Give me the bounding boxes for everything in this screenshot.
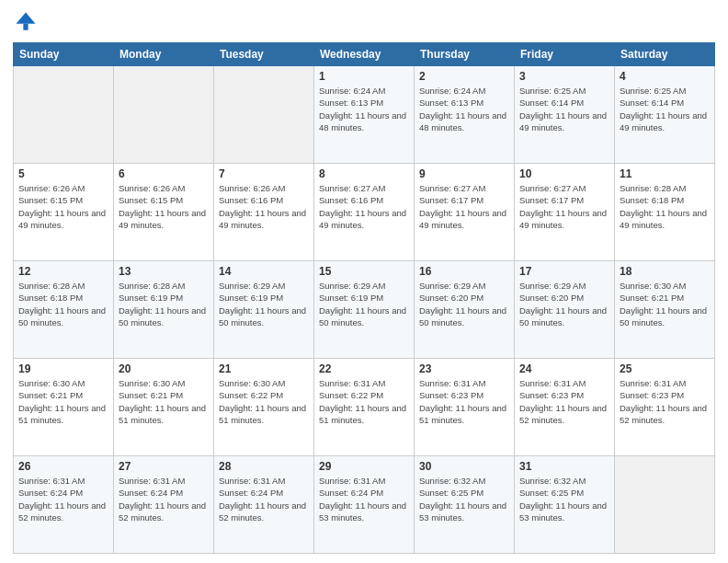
day-number: 29 bbox=[319, 460, 409, 473]
day-number: 5 bbox=[18, 167, 108, 180]
day-number: 9 bbox=[419, 167, 509, 180]
day-number: 4 bbox=[620, 70, 710, 83]
day-info: Sunrise: 6:31 AM Sunset: 6:24 PM Dayligh… bbox=[319, 475, 409, 523]
calendar-cell: 15Sunrise: 6:29 AM Sunset: 6:19 PM Dayli… bbox=[314, 261, 415, 359]
day-info: Sunrise: 6:27 AM Sunset: 6:17 PM Dayligh… bbox=[419, 182, 509, 231]
calendar-header: SundayMondayTuesdayWednesdayThursdayFrid… bbox=[14, 43, 715, 66]
calendar-cell: 13Sunrise: 6:28 AM Sunset: 6:19 PM Dayli… bbox=[114, 261, 214, 359]
day-number: 10 bbox=[519, 167, 609, 180]
calendar-cell: 5Sunrise: 6:26 AM Sunset: 6:15 PM Daylig… bbox=[14, 164, 114, 261]
day-info: Sunrise: 6:32 AM Sunset: 6:25 PM Dayligh… bbox=[419, 475, 509, 523]
calendar-cell: 20Sunrise: 6:30 AM Sunset: 6:21 PM Dayli… bbox=[114, 359, 214, 456]
calendar-cell: 11Sunrise: 6:28 AM Sunset: 6:18 PM Dayli… bbox=[615, 164, 715, 261]
day-number: 31 bbox=[519, 460, 609, 473]
day-info: Sunrise: 6:27 AM Sunset: 6:17 PM Dayligh… bbox=[519, 182, 609, 231]
day-info: Sunrise: 6:25 AM Sunset: 6:14 PM Dayligh… bbox=[519, 85, 609, 133]
calendar-cell: 29Sunrise: 6:31 AM Sunset: 6:24 PM Dayli… bbox=[314, 456, 415, 554]
calendar-cell: 12Sunrise: 6:28 AM Sunset: 6:18 PM Dayli… bbox=[14, 261, 114, 359]
calendar-cell: 28Sunrise: 6:31 AM Sunset: 6:24 PM Dayli… bbox=[214, 456, 314, 554]
day-info: Sunrise: 6:24 AM Sunset: 6:13 PM Dayligh… bbox=[419, 85, 509, 133]
calendar-week-row: 5Sunrise: 6:26 AM Sunset: 6:15 PM Daylig… bbox=[14, 164, 715, 261]
calendar-cell: 14Sunrise: 6:29 AM Sunset: 6:19 PM Dayli… bbox=[214, 261, 314, 359]
day-number: 14 bbox=[219, 265, 309, 278]
day-number: 24 bbox=[519, 362, 609, 375]
day-number: 12 bbox=[18, 265, 108, 278]
day-info: Sunrise: 6:28 AM Sunset: 6:18 PM Dayligh… bbox=[18, 280, 108, 328]
calendar-week-row: 12Sunrise: 6:28 AM Sunset: 6:18 PM Dayli… bbox=[14, 261, 715, 359]
logo-icon bbox=[13, 9, 39, 35]
day-number: 1 bbox=[319, 70, 409, 83]
calendar-cell: 9Sunrise: 6:27 AM Sunset: 6:17 PM Daylig… bbox=[415, 164, 515, 261]
calendar-week-row: 19Sunrise: 6:30 AM Sunset: 6:21 PM Dayli… bbox=[14, 359, 715, 456]
day-number: 15 bbox=[319, 265, 409, 278]
day-number: 3 bbox=[519, 70, 609, 83]
calendar-cell: 17Sunrise: 6:29 AM Sunset: 6:20 PM Dayli… bbox=[515, 261, 615, 359]
day-info: Sunrise: 6:26 AM Sunset: 6:15 PM Dayligh… bbox=[18, 182, 108, 231]
calendar-cell: 27Sunrise: 6:31 AM Sunset: 6:24 PM Dayli… bbox=[114, 456, 214, 554]
day-info: Sunrise: 6:32 AM Sunset: 6:25 PM Dayligh… bbox=[519, 475, 609, 523]
day-info: Sunrise: 6:30 AM Sunset: 6:21 PM Dayligh… bbox=[18, 377, 108, 426]
calendar-body: 1Sunrise: 6:24 AM Sunset: 6:13 PM Daylig… bbox=[14, 66, 715, 554]
day-number: 11 bbox=[620, 167, 710, 180]
calendar-cell: 26Sunrise: 6:31 AM Sunset: 6:24 PM Dayli… bbox=[14, 456, 114, 554]
weekday-header: Saturday bbox=[615, 43, 715, 66]
day-info: Sunrise: 6:29 AM Sunset: 6:19 PM Dayligh… bbox=[219, 280, 309, 328]
calendar-cell: 3Sunrise: 6:25 AM Sunset: 6:14 PM Daylig… bbox=[515, 66, 615, 164]
day-info: Sunrise: 6:27 AM Sunset: 6:16 PM Dayligh… bbox=[319, 182, 409, 231]
day-info: Sunrise: 6:31 AM Sunset: 6:23 PM Dayligh… bbox=[620, 377, 710, 426]
calendar-week-row: 1Sunrise: 6:24 AM Sunset: 6:13 PM Daylig… bbox=[14, 66, 715, 164]
day-info: Sunrise: 6:29 AM Sunset: 6:20 PM Dayligh… bbox=[519, 280, 609, 328]
day-number: 19 bbox=[18, 362, 108, 375]
day-info: Sunrise: 6:28 AM Sunset: 6:18 PM Dayligh… bbox=[620, 182, 710, 231]
header bbox=[13, 9, 715, 35]
day-number: 16 bbox=[419, 265, 509, 278]
day-number: 30 bbox=[419, 460, 509, 473]
day-number: 23 bbox=[419, 362, 509, 375]
day-number: 25 bbox=[620, 362, 710, 375]
weekday-header: Sunday bbox=[14, 43, 114, 66]
day-info: Sunrise: 6:30 AM Sunset: 6:21 PM Dayligh… bbox=[119, 377, 209, 426]
calendar-cell: 21Sunrise: 6:30 AM Sunset: 6:22 PM Dayli… bbox=[214, 359, 314, 456]
day-info: Sunrise: 6:29 AM Sunset: 6:19 PM Dayligh… bbox=[319, 280, 409, 328]
calendar-cell: 8Sunrise: 6:27 AM Sunset: 6:16 PM Daylig… bbox=[314, 164, 415, 261]
calendar-cell: 31Sunrise: 6:32 AM Sunset: 6:25 PM Dayli… bbox=[515, 456, 615, 554]
calendar-cell: 1Sunrise: 6:24 AM Sunset: 6:13 PM Daylig… bbox=[314, 66, 415, 164]
calendar-cell: 22Sunrise: 6:31 AM Sunset: 6:22 PM Dayli… bbox=[314, 359, 415, 456]
day-info: Sunrise: 6:31 AM Sunset: 6:23 PM Dayligh… bbox=[519, 377, 609, 426]
svg-rect-1 bbox=[23, 24, 28, 30]
calendar-cell: 25Sunrise: 6:31 AM Sunset: 6:23 PM Dayli… bbox=[615, 359, 715, 456]
day-info: Sunrise: 6:26 AM Sunset: 6:16 PM Dayligh… bbox=[219, 182, 309, 231]
day-info: Sunrise: 6:31 AM Sunset: 6:24 PM Dayligh… bbox=[18, 475, 108, 523]
day-info: Sunrise: 6:26 AM Sunset: 6:15 PM Dayligh… bbox=[119, 182, 209, 231]
day-info: Sunrise: 6:25 AM Sunset: 6:14 PM Dayligh… bbox=[620, 85, 710, 133]
calendar-cell bbox=[114, 66, 214, 164]
calendar-cell: 30Sunrise: 6:32 AM Sunset: 6:25 PM Dayli… bbox=[415, 456, 515, 554]
calendar-week-row: 26Sunrise: 6:31 AM Sunset: 6:24 PM Dayli… bbox=[14, 456, 715, 554]
logo bbox=[13, 9, 42, 35]
calendar-cell bbox=[14, 66, 114, 164]
day-info: Sunrise: 6:31 AM Sunset: 6:24 PM Dayligh… bbox=[119, 475, 209, 523]
day-info: Sunrise: 6:28 AM Sunset: 6:19 PM Dayligh… bbox=[119, 280, 209, 328]
day-number: 27 bbox=[119, 460, 209, 473]
day-number: 17 bbox=[519, 265, 609, 278]
day-number: 18 bbox=[620, 265, 710, 278]
day-info: Sunrise: 6:29 AM Sunset: 6:20 PM Dayligh… bbox=[419, 280, 509, 328]
calendar-cell: 24Sunrise: 6:31 AM Sunset: 6:23 PM Dayli… bbox=[515, 359, 615, 456]
weekday-header: Thursday bbox=[415, 43, 515, 66]
calendar-cell: 23Sunrise: 6:31 AM Sunset: 6:23 PM Dayli… bbox=[415, 359, 515, 456]
day-number: 28 bbox=[219, 460, 309, 473]
calendar-cell: 6Sunrise: 6:26 AM Sunset: 6:15 PM Daylig… bbox=[114, 164, 214, 261]
day-info: Sunrise: 6:31 AM Sunset: 6:24 PM Dayligh… bbox=[219, 475, 309, 523]
calendar-cell bbox=[214, 66, 314, 164]
page: SundayMondayTuesdayWednesdayThursdayFrid… bbox=[0, 0, 728, 563]
day-number: 22 bbox=[319, 362, 409, 375]
calendar-cell: 2Sunrise: 6:24 AM Sunset: 6:13 PM Daylig… bbox=[415, 66, 515, 164]
calendar-cell: 19Sunrise: 6:30 AM Sunset: 6:21 PM Dayli… bbox=[14, 359, 114, 456]
day-number: 8 bbox=[319, 167, 409, 180]
weekday-header: Wednesday bbox=[314, 43, 415, 66]
calendar-cell: 4Sunrise: 6:25 AM Sunset: 6:14 PM Daylig… bbox=[615, 66, 715, 164]
day-info: Sunrise: 6:31 AM Sunset: 6:23 PM Dayligh… bbox=[419, 377, 509, 426]
day-number: 26 bbox=[18, 460, 108, 473]
weekday-header: Monday bbox=[114, 43, 214, 66]
day-number: 2 bbox=[419, 70, 509, 83]
